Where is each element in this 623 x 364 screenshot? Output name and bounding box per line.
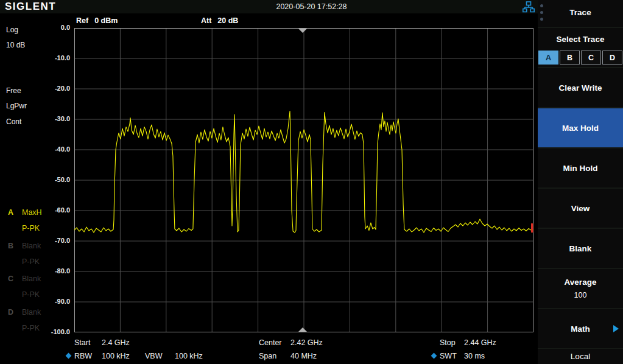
select-trace-section: Select Trace ABCD — [538, 28, 623, 67]
average-button[interactable]: Average100 — [538, 269, 623, 308]
span-value: 40 MHz — [290, 352, 317, 360]
trace-tab-b[interactable]: B — [560, 51, 580, 65]
y-axis-tick-label: -10.0 — [0, 54, 70, 61]
y-axis-tick-label: -20.0 — [0, 85, 70, 92]
local-button[interactable]: Local — [538, 349, 623, 364]
sweep-position-marker — [531, 223, 533, 233]
trace-tab-a[interactable]: A — [538, 51, 558, 65]
start-value: 2.4 GHz — [102, 338, 130, 347]
y-axis-tick-label: -100.0 — [0, 328, 70, 335]
swt-label: SWT — [440, 352, 464, 360]
button-label: Blank — [569, 244, 592, 253]
swt-readout: SWT30 ms — [440, 352, 485, 360]
att-value: 20 dB — [217, 16, 238, 25]
view-button[interactable]: View — [538, 189, 623, 228]
y-axis-tick-label: -60.0 — [0, 206, 70, 214]
y-axis-tick-label: -80.0 — [0, 267, 70, 275]
button-label: Average — [565, 278, 597, 287]
ref-label: Ref — [76, 16, 88, 25]
span-readout: Span40 MHz — [259, 352, 317, 360]
button-label: Math — [571, 324, 590, 334]
attenuation-readout: Att20 dB — [201, 16, 238, 25]
stop-label: Stop — [440, 338, 464, 347]
menu-header: Trace — [538, 0, 623, 27]
trace-tab-c[interactable]: C — [581, 51, 601, 65]
button-value: 100 — [574, 291, 587, 299]
math-button[interactable]: Math — [538, 309, 623, 348]
button-label: Max Hold — [562, 124, 599, 133]
y-axis-tick-label: -30.0 — [0, 115, 70, 122]
button-label: Min Hold — [563, 164, 598, 173]
swt-coupling-diamond-icon — [431, 353, 437, 359]
y-axis-tick-label: -50.0 — [0, 176, 70, 183]
submenu-arrow-icon — [613, 325, 619, 332]
graticule-svg — [74, 28, 533, 332]
menu-title: Trace — [538, 8, 623, 17]
trace-tab-d[interactable]: D — [602, 51, 622, 65]
select-trace-label: Select Trace — [538, 35, 623, 44]
clear-write-button[interactable]: Clear Write — [538, 68, 623, 107]
vbw-value: 100 kHz — [175, 352, 203, 360]
att-label: Att — [201, 16, 211, 25]
rbw-label: RBW — [74, 352, 102, 360]
center-freq-marker-bottom — [298, 327, 307, 332]
swt-value: 30 ms — [464, 352, 485, 360]
y-axis-tick-label: 0.0 — [0, 24, 70, 31]
vbw-readout: VBW100 kHz — [145, 352, 203, 360]
top-bar: SIGLENT 2020-05-20 17:52:28 — [0, 0, 623, 13]
ref-level-readout: Ref0 dBm — [76, 16, 118, 25]
stop-value: 2.44 GHz — [464, 338, 496, 347]
vbw-label: VBW — [145, 352, 175, 360]
max-hold-button[interactable]: Max Hold — [538, 108, 623, 147]
button-label: Clear Write — [558, 83, 602, 93]
rbw-readout: RBW100 kHz — [74, 352, 130, 360]
span-label: Span — [259, 352, 290, 360]
min-hold-button[interactable]: Min Hold — [538, 149, 623, 187]
y-axis-tick-label: -40.0 — [0, 145, 70, 153]
spectrum-analyzer-screen: SIGLENT 2020-05-20 17:52:28 Log 10 dB Fr… — [0, 0, 623, 364]
start-label: Start — [74, 338, 102, 347]
center-freq-readout: Center2.42 GHz — [259, 338, 323, 347]
start-freq-readout: Start2.4 GHz — [74, 338, 130, 347]
lan-network-icon — [523, 1, 535, 13]
stop-freq-readout: Stop2.44 GHz — [440, 338, 496, 347]
center-label: Center — [259, 338, 290, 347]
y-axis-tick-label: -70.0 — [0, 237, 70, 244]
softkey-menu-panel: Trace Select Trace ABCD Clear WriteMax H… — [538, 0, 623, 364]
center-value: 2.42 GHz — [290, 338, 323, 347]
rbw-value: 100 kHz — [102, 352, 130, 360]
y-axis-tick-label: -90.0 — [0, 298, 70, 305]
local-label: Local — [571, 352, 590, 361]
button-label: View — [571, 204, 590, 213]
ref-value: 0 dBm — [94, 16, 118, 25]
trace-tab-strip: ABCD — [538, 51, 622, 65]
blank-button[interactable]: Blank — [538, 229, 623, 268]
y-axis-labels: 0.0-10.0-20.0-30.0-40.0-50.0-60.0-70.0-8… — [0, 0, 72, 364]
center-freq-marker-top — [298, 29, 307, 33]
